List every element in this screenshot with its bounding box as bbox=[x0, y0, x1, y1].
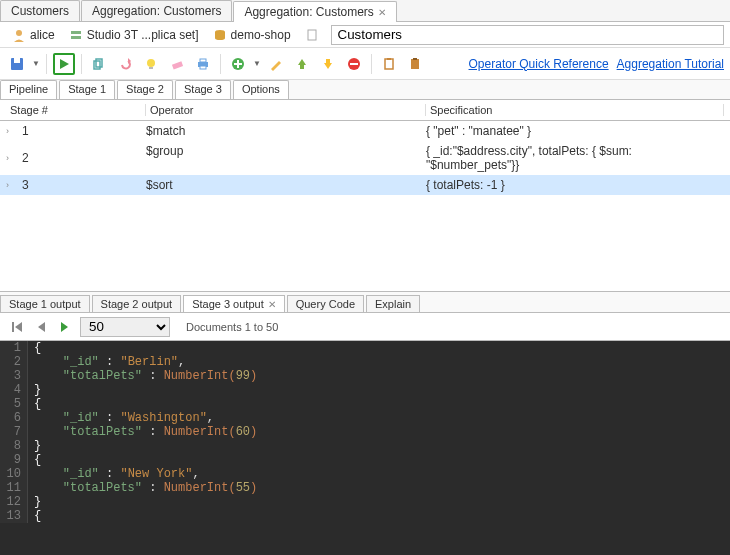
toolbar: ▼ ▼ Operator Quick Reference Aggregation… bbox=[0, 48, 730, 80]
breadcrumb: alice Studio 3T ...plica set] demo-shop bbox=[0, 22, 730, 48]
breadcrumb-database[interactable]: demo-shop bbox=[207, 26, 297, 44]
undo-button[interactable] bbox=[114, 53, 136, 75]
col-operator: Operator bbox=[146, 104, 426, 116]
move-up-button[interactable] bbox=[291, 53, 313, 75]
move-down-button[interactable] bbox=[317, 53, 339, 75]
eraser-button[interactable] bbox=[166, 53, 188, 75]
output-tab-explain[interactable]: Explain bbox=[366, 295, 420, 312]
svg-rect-9 bbox=[94, 61, 100, 69]
svg-rect-1 bbox=[71, 31, 81, 34]
server-icon bbox=[69, 28, 83, 42]
svg-rect-28 bbox=[12, 322, 14, 332]
stage-number: 3 bbox=[22, 178, 29, 192]
output-tabstrip: Stage 1 output Stage 2 output Stage 3 ou… bbox=[0, 291, 730, 313]
col-spec: Specification bbox=[426, 104, 724, 116]
chevron-right-icon[interactable]: › bbox=[6, 126, 16, 136]
svg-marker-20 bbox=[324, 63, 332, 69]
database-icon bbox=[213, 28, 227, 42]
lightbulb-button[interactable] bbox=[140, 53, 162, 75]
prev-page-button[interactable] bbox=[32, 318, 50, 336]
subtab-options[interactable]: Options bbox=[233, 80, 289, 99]
aggregation-tutorial-link[interactable]: Aggregation Tutorial bbox=[617, 57, 724, 71]
svg-rect-15 bbox=[200, 59, 206, 62]
editor-line: 4} bbox=[0, 383, 730, 397]
close-icon[interactable]: ✕ bbox=[378, 7, 386, 18]
editor-line: 5{ bbox=[0, 397, 730, 411]
clipboard-paste-button[interactable] bbox=[404, 53, 426, 75]
subtab-stage-1[interactable]: Stage 1 bbox=[59, 80, 115, 99]
print-button[interactable] bbox=[192, 53, 214, 75]
editor-line: 7 "totalPets" : NumberInt(60) bbox=[0, 425, 730, 439]
svg-marker-29 bbox=[15, 322, 22, 332]
add-dropdown-icon[interactable]: ▼ bbox=[253, 59, 261, 68]
save-button[interactable] bbox=[6, 53, 28, 75]
delete-button[interactable] bbox=[343, 53, 365, 75]
subtab-pipeline[interactable]: Pipeline bbox=[0, 80, 57, 99]
svg-rect-6 bbox=[14, 58, 20, 63]
svg-rect-2 bbox=[71, 36, 81, 39]
edit-button[interactable] bbox=[265, 53, 287, 75]
pipeline-row[interactable]: ›2$group{ _id:"$address.city", totalPets… bbox=[0, 141, 730, 175]
pipeline-row[interactable]: ›3$sort{ totalPets: -1 } bbox=[0, 175, 730, 195]
svg-rect-12 bbox=[149, 67, 153, 69]
pipeline-subtabs: Pipeline Stage 1 Stage 2 Stage 3 Options bbox=[0, 80, 730, 100]
svg-marker-18 bbox=[298, 59, 306, 65]
save-dropdown-icon[interactable]: ▼ bbox=[32, 59, 40, 68]
output-tab-query-code[interactable]: Query Code bbox=[287, 295, 364, 312]
pager: 50 Documents 1 to 50 bbox=[0, 313, 730, 341]
svg-rect-25 bbox=[387, 58, 391, 60]
tab-customers[interactable]: Customers bbox=[0, 0, 80, 21]
top-tabstrip: Customers Aggregation: Customers Aggrega… bbox=[0, 0, 730, 22]
editor-line: 1{ bbox=[0, 341, 730, 355]
svg-rect-19 bbox=[300, 65, 304, 69]
editor-line: 10 "_id" : "New York", bbox=[0, 467, 730, 481]
svg-rect-21 bbox=[326, 59, 330, 63]
results-editor[interactable]: 1{2 "_id" : "Berlin",3 "totalPets" : Num… bbox=[0, 341, 730, 555]
pipeline-row[interactable]: ›1$match{ "pet" : "manatee" } bbox=[0, 121, 730, 141]
document-range-label: Documents 1 to 50 bbox=[186, 321, 278, 333]
svg-marker-31 bbox=[61, 322, 68, 332]
pipeline-header: Stage # Operator Specification bbox=[0, 100, 730, 121]
next-page-button[interactable] bbox=[56, 318, 74, 336]
svg-rect-4 bbox=[308, 30, 316, 40]
page-size-select[interactable]: 50 bbox=[80, 317, 170, 337]
stage-number: 2 bbox=[22, 151, 29, 165]
copy-button[interactable] bbox=[88, 53, 110, 75]
col-stage: Stage # bbox=[6, 104, 146, 116]
stage-operator: $match bbox=[146, 124, 426, 138]
pipeline-body: ›1$match{ "pet" : "manatee" }›2$group{ _… bbox=[0, 121, 730, 291]
editor-line: 9{ bbox=[0, 453, 730, 467]
stage-operator: $sort bbox=[146, 178, 426, 192]
clipboard-copy-button[interactable] bbox=[378, 53, 400, 75]
run-button[interactable] bbox=[53, 53, 75, 75]
stage-spec: { "pet" : "manatee" } bbox=[426, 124, 724, 138]
output-tab-stage-3[interactable]: Stage 3 output✕ bbox=[183, 295, 285, 312]
breadcrumb-user[interactable]: alice bbox=[6, 26, 61, 44]
subtab-stage-2[interactable]: Stage 2 bbox=[117, 80, 173, 99]
svg-rect-13 bbox=[172, 61, 183, 69]
editor-line: 13{ bbox=[0, 509, 730, 523]
first-page-button[interactable] bbox=[8, 318, 26, 336]
svg-marker-7 bbox=[60, 59, 69, 69]
output-tab-stage-1[interactable]: Stage 1 output bbox=[0, 295, 90, 312]
svg-rect-24 bbox=[385, 59, 393, 69]
stage-spec: { _id:"$address.city", totalPets: { $sum… bbox=[426, 144, 724, 172]
breadcrumb-collection-icon bbox=[299, 26, 325, 44]
breadcrumb-server[interactable]: Studio 3T ...plica set] bbox=[63, 26, 205, 44]
svg-point-11 bbox=[147, 59, 155, 67]
tab-aggregation-customers-2[interactable]: Aggregation: Customers ✕ bbox=[233, 1, 396, 22]
tab-aggregation-customers-1[interactable]: Aggregation: Customers bbox=[81, 0, 232, 21]
editor-line: 12} bbox=[0, 495, 730, 509]
chevron-right-icon[interactable]: › bbox=[6, 153, 16, 163]
svg-rect-26 bbox=[411, 59, 419, 69]
output-tab-stage-2[interactable]: Stage 2 output bbox=[92, 295, 182, 312]
chevron-right-icon[interactable]: › bbox=[6, 180, 16, 190]
subtab-stage-3[interactable]: Stage 3 bbox=[175, 80, 231, 99]
operator-quick-reference-link[interactable]: Operator Quick Reference bbox=[469, 57, 609, 71]
add-button[interactable] bbox=[227, 53, 249, 75]
svg-rect-8 bbox=[96, 59, 102, 67]
collection-input[interactable] bbox=[331, 25, 724, 45]
svg-rect-27 bbox=[413, 58, 417, 60]
document-icon bbox=[305, 28, 319, 42]
close-icon[interactable]: ✕ bbox=[268, 299, 276, 310]
